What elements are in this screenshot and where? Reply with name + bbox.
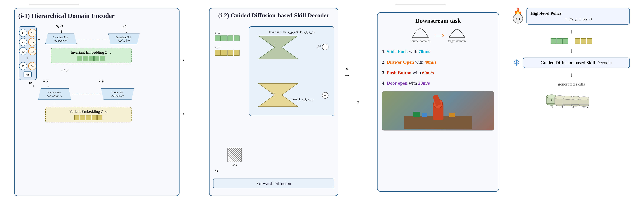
svg-rect-11	[449, 112, 455, 117]
svg-text:a: a	[551, 99, 552, 101]
arrow-to-decoder: ↓	[570, 47, 573, 54]
z-rho-arrow: ↓ z_ρ	[61, 68, 68, 72]
skill-decoder-box: Guided Diffusion based Skill Decoder	[523, 58, 630, 68]
z-rho-label-v1: z_ρ	[44, 78, 48, 83]
source-gaussian-svg	[411, 28, 429, 39]
dash-line-inv	[78, 39, 107, 39]
svg-text:x^k: x^k	[271, 92, 275, 95]
arrow-var-enc-down: ↓	[54, 101, 56, 105]
sh-circle: sh	[19, 62, 27, 70]
target-gaussian-svg	[448, 28, 466, 39]
zsig-right-group	[575, 38, 592, 44]
svg-rect-10	[413, 112, 420, 117]
zrho-cell	[221, 35, 227, 41]
invariant-pri-box: Invariant Pri. p_ρ(z_ρ|s₁)	[108, 33, 140, 44]
xk-label: x^k	[228, 163, 242, 167]
downstream-title: Downstream task	[382, 17, 494, 24]
zsig-cell	[228, 50, 233, 56]
forward-diffusion-bar: Forward Diffusion	[213, 179, 334, 188]
input-row-h: sh ah	[19, 62, 36, 70]
arrow-to-skills: ↓	[570, 72, 573, 78]
inv-dec-label: Invariant Dec. ε_ρ(x^k, k, s_t, z_ρ)	[253, 30, 330, 34]
target-gaussian: target domain	[448, 28, 466, 43]
zsig-cell	[234, 50, 240, 56]
arrow-zrho-down: ↓	[48, 84, 50, 88]
svg-rect-12	[422, 113, 427, 117]
task-2: 2. Drawer Open with 40m/s	[382, 58, 494, 67]
task-3: 3. Push Button with 60m/s	[382, 69, 494, 77]
var-enc-label: Variant Enc.	[48, 91, 61, 94]
var-dec-shape: x^k	[258, 83, 298, 107]
emb-cell	[83, 56, 88, 61]
svg-marker-0	[258, 36, 298, 59]
task-list: 1. Slide Puck with 70m/s 2. Drawer Open …	[382, 47, 494, 88]
high-level-row: 🔥 s_t High-level Policy π_θ(z_ρ, z_σ|s_t…	[513, 8, 630, 24]
svg-text:20: 20	[583, 105, 585, 108]
z-rho-cells	[215, 35, 240, 41]
arrow-to-i2-zsig: →	[180, 111, 185, 117]
arrow-policy-down: ↓	[570, 28, 573, 35]
svg-text:70: 70	[550, 105, 553, 108]
task-1: 1. Slide Puck with 70m/s	[382, 47, 494, 56]
s1-i2-label: s₁	[215, 169, 218, 173]
zsig-right-cells	[575, 38, 592, 44]
variant-pri-box: Variant Pri. p_σ(z_σ|z_ρ)	[101, 88, 134, 100]
noise-grid	[228, 148, 242, 162]
svg-marker-2	[258, 83, 298, 107]
zsig-cell	[215, 50, 221, 56]
embedding-display	[550, 38, 592, 44]
snowflake-icon: ❄	[513, 58, 520, 68]
var-emb-cell	[98, 115, 102, 120]
dots: ⋮	[25, 56, 30, 61]
var-emb-cell	[74, 115, 80, 120]
input-row-1: s₁ a₁	[19, 29, 36, 37]
z-rho-label-v2: z_ρ	[99, 78, 104, 83]
inv-enc-label: Invariant Enc.	[53, 36, 69, 39]
var-emb-cell	[86, 115, 91, 120]
input-column: s₁ a₁ s₂ a₂ s₃ a₃ ⋮ sh ah ω	[19, 26, 37, 80]
inv-dec-shape: x^k	[258, 36, 298, 59]
invariant-enc-box: Invariant Enc. q_ρ(z_ρ|s, a)	[45, 33, 77, 44]
variant-enc-box: Variant Enc. q_σ(z_σ|z_ρ, ω)	[38, 88, 71, 100]
svg-text:60: 60	[572, 105, 574, 108]
a2-circle: a₂	[28, 38, 36, 46]
embedding-cells-var	[49, 115, 128, 120]
separator-a: a	[352, 99, 363, 105]
z-sigma-cells	[215, 50, 240, 56]
st-circle: s_t	[513, 14, 523, 23]
panel-right: 🔥 s_t High-level Policy π_θ(z_ρ, z_σ|s_t…	[513, 8, 630, 196]
svg-point-28	[579, 97, 589, 100]
sa-label: s, a	[56, 23, 63, 28]
var-emb-cell	[80, 115, 85, 120]
invariant-embedding: Invariant Embedding Z_ρ	[51, 48, 132, 63]
dash-line-var	[72, 94, 100, 94]
robot-image	[382, 91, 494, 130]
s1-i2-block: s₁	[215, 169, 218, 174]
omega-label-bottom: ω	[29, 80, 32, 85]
zrho-cell	[228, 35, 233, 41]
arrow-to-i2-zrho: →	[180, 57, 185, 63]
panel-downstream: Downstream task source domains ⟹ target …	[377, 12, 499, 192]
variant-embedding: Variant Embedding Z_σ	[45, 107, 132, 122]
z-rho-label: z_ρ	[215, 30, 220, 35]
arrow-s1: ↓	[125, 29, 128, 34]
coins-visualization: a	[543, 90, 600, 108]
high-level-policy-box: High-level Policy π_θ(z_ρ, z_σ|s_t)	[526, 8, 630, 24]
input-row-2: s₂ a₂	[19, 38, 36, 46]
generated-skills-label: generated skills	[558, 82, 585, 87]
zrho-cell	[215, 35, 221, 41]
svg-text:x^k: x^k	[271, 44, 275, 47]
robot-svg	[404, 93, 472, 129]
arrow-sa: ↓	[60, 29, 63, 34]
coins-svg: a	[543, 90, 600, 108]
task-4: 4. Door open with 20m/s	[382, 79, 494, 88]
gaussian-row: source domains ⟹ target domain	[382, 28, 494, 43]
source-gaussian: source domains	[410, 28, 430, 43]
top-line-left	[29, 4, 79, 4]
plus-circle-inv: +	[322, 44, 328, 50]
zrho-cell	[234, 35, 240, 41]
var-emb-cell	[92, 115, 97, 120]
panel-i1-title: (i-1) Hierarchical Domain Encoder	[18, 12, 176, 19]
plus-circle-var: +	[322, 92, 328, 99]
a-label: a	[356, 99, 359, 105]
